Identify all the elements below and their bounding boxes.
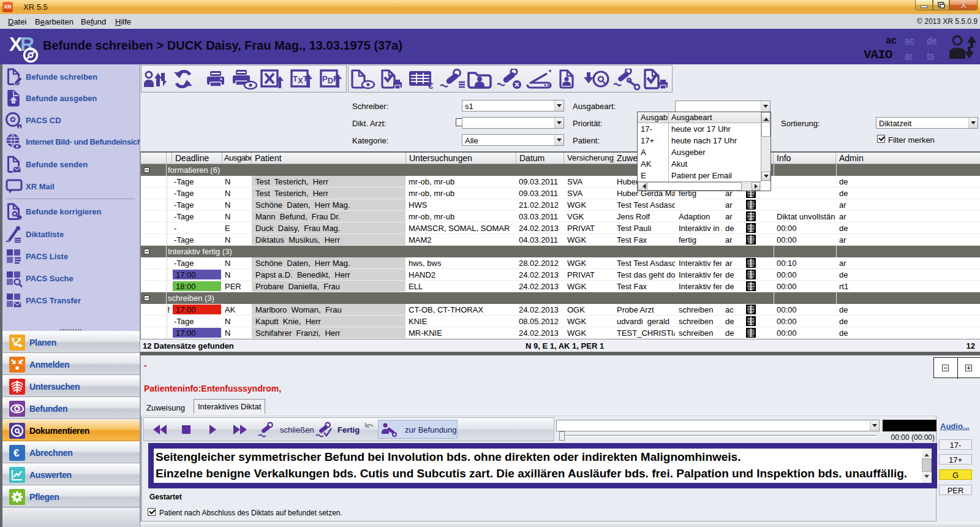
svg-text:R: R xyxy=(20,33,34,55)
svg-text:TXT: TXT xyxy=(293,74,308,85)
svg-text:PDF: PDF xyxy=(322,74,338,85)
svg-text:€: € xyxy=(428,80,434,91)
svg-text:€: € xyxy=(13,447,20,459)
